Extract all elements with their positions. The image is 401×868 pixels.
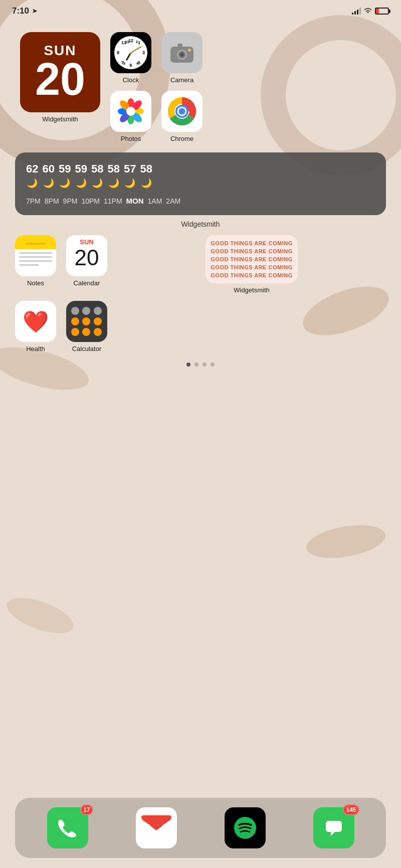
page-dot-1[interactable] — [186, 363, 190, 367]
photos-label: Photos — [121, 135, 141, 142]
status-icons — [352, 8, 389, 15]
motivational-label: Widgetsmith — [234, 286, 270, 294]
phone-dock-app[interactable]: 17 — [47, 807, 88, 848]
phone-badge: 17 — [80, 804, 93, 815]
weather-time-row: 7PM 8PM 9PM 10PM 11PM MON 1AM 2AM — [26, 197, 375, 205]
weather-hour-item: 57 🌙 — [124, 162, 136, 189]
svg-point-18 — [178, 108, 185, 114]
weather-widget-label: Widgetsmith — [0, 220, 401, 228]
app-grid-bottom: Notes SUN 20 Calendar GOOD THINGS ARE CO… — [0, 235, 401, 353]
status-time: 7:10 ➤ — [12, 6, 37, 16]
weather-hour-item: 58 🌙 — [140, 162, 152, 189]
calculator-icon — [66, 301, 107, 342]
svg-rect-20 — [141, 815, 171, 819]
weather-hour-item: 60 🌙 — [42, 162, 54, 189]
page-dots — [0, 363, 401, 367]
motivational-widget: GOOD THINGS ARE COMING GOOD THINGS ARE C… — [206, 235, 297, 283]
app-grid-top: SUN 20 Widgetsmith 12 3 6 9 1 — [0, 22, 401, 147]
battery-icon — [375, 8, 389, 15]
health-app[interactable]: ❤️ Health — [15, 301, 56, 353]
weather-hour-item: 59 🌙 — [75, 162, 87, 189]
widgetsmith-label: Widgetsmith — [42, 115, 78, 123]
clock-face: 12 3 6 9 1 11 10 5 7 4 8 2 — [114, 36, 147, 69]
calendar-date: 20 — [66, 247, 107, 269]
status-bar: 7:10 ➤ — [0, 0, 401, 22]
svg-point-14 — [126, 107, 135, 116]
weather-hour-item: 58 🌙 — [107, 162, 119, 189]
location-icon: ➤ — [32, 8, 37, 15]
middle-app-row: Notes SUN 20 Calendar GOOD THINGS ARE CO… — [15, 235, 386, 294]
page-dot-3[interactable] — [203, 363, 207, 367]
signal-bars-icon — [352, 8, 361, 15]
top-right-row: 12 3 6 9 1 11 10 5 7 4 8 2 — [110, 32, 203, 84]
chrome-app[interactable]: Chrome — [161, 91, 203, 142]
heart-icon: ❤️ — [23, 309, 49, 334]
home-screen: SUN 20 Widgetsmith 12 3 6 9 1 — [0, 22, 401, 868]
notes-icon — [15, 235, 56, 276]
gmail-icon — [136, 807, 177, 848]
calculator-app[interactable]: Calculator — [66, 301, 107, 353]
calculator-label: Calculator — [72, 345, 102, 353]
camera-label: Camera — [170, 76, 193, 84]
page-dot-2[interactable] — [194, 363, 198, 367]
photos-icon — [110, 91, 151, 132]
page-dot-4[interactable] — [211, 363, 215, 367]
messages-badge: 145 — [343, 804, 359, 815]
notes-label: Notes — [27, 279, 44, 287]
photos-app[interactable]: Photos — [110, 91, 151, 142]
widgetsmith-widget[interactable]: SUN 20 Widgetsmith — [20, 32, 100, 123]
calendar-icon: SUN 20 — [66, 235, 107, 276]
svg-point-3 — [180, 53, 184, 57]
svg-point-5 — [188, 49, 191, 52]
health-label: Health — [26, 345, 45, 353]
weather-hour-item: 58 🌙 — [91, 162, 103, 189]
lower-app-row: ❤️ Health — [15, 301, 386, 353]
right-icons-group: 12 3 6 9 1 11 10 5 7 4 8 2 — [110, 32, 203, 142]
health-icon: ❤️ — [15, 301, 56, 342]
weather-hour-item: 62 🌙 — [26, 162, 38, 189]
chrome-icon — [161, 91, 203, 132]
camera-app[interactable]: Camera — [161, 32, 203, 84]
widgetsmith-date: 20 — [35, 57, 85, 102]
weather-widget[interactable]: 62 🌙 60 🌙 59 🌙 59 🌙 58 🌙 — [15, 152, 386, 215]
clock-icon: 12 3 6 9 1 11 10 5 7 4 8 2 — [110, 32, 151, 73]
messages-dock-app[interactable]: 145 — [313, 807, 354, 848]
motivational-widget-wrapper[interactable]: GOOD THINGS ARE COMING GOOD THINGS ARE C… — [117, 235, 386, 294]
spotify-dock-app[interactable] — [225, 807, 266, 848]
gmail-dock-app[interactable] — [136, 807, 177, 848]
weather-hour-item: 59 🌙 — [59, 162, 71, 189]
chrome-label: Chrome — [170, 135, 193, 142]
weather-hours: 62 🌙 60 🌙 59 🌙 59 🌙 58 🌙 — [26, 162, 375, 189]
spotify-icon — [225, 807, 266, 848]
bottom-right-row: Photos — [110, 91, 203, 142]
clock-center — [130, 52, 132, 54]
camera-icon — [161, 32, 203, 73]
calendar-app[interactable]: SUN 20 Calendar — [66, 235, 107, 294]
svg-rect-4 — [177, 44, 182, 47]
clock-label: Clock — [123, 76, 139, 84]
notes-app[interactable]: Notes — [15, 235, 56, 294]
dock: 17 — [15, 798, 386, 858]
calendar-label: Calendar — [74, 279, 100, 287]
wifi-icon — [364, 8, 372, 15]
clock-app[interactable]: 12 3 6 9 1 11 10 5 7 4 8 2 — [110, 32, 151, 84]
widgetsmith-large-icon: SUN 20 — [20, 32, 100, 112]
